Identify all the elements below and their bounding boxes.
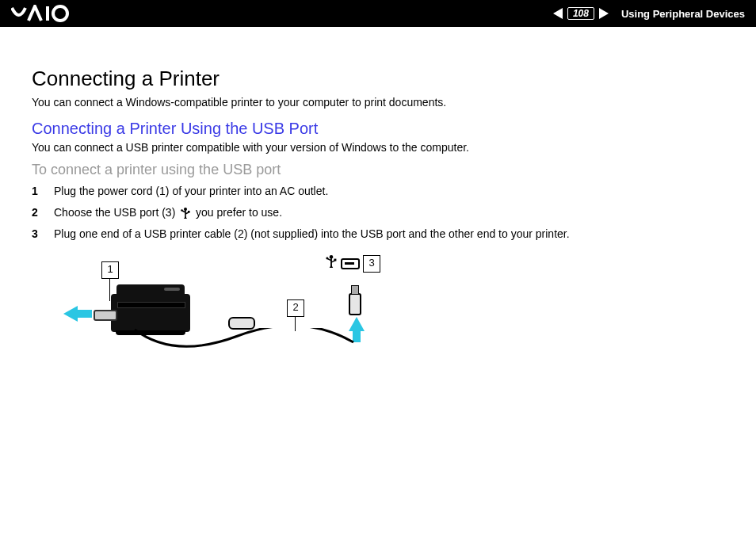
section-subtitle: Connecting a Printer Using the USB Port xyxy=(32,120,724,138)
header-bar: 108 Using Peripheral Devices xyxy=(0,0,756,27)
step-text: Choose the USB port (3) you prefer to us… xyxy=(54,204,724,221)
list-item: 2 Choose the USB port (3) you prefer to … xyxy=(32,204,724,221)
step-text-part: you prefer to use. xyxy=(196,206,282,219)
page-number: 108 xyxy=(567,7,594,20)
page-content: Connecting a Printer You can connect a W… xyxy=(0,27,756,377)
printer-diagram: 1 2 3 xyxy=(63,250,396,377)
callout-3: 3 xyxy=(363,255,380,273)
section-label: Using Peripheral Devices xyxy=(621,8,745,20)
step-number: 2 xyxy=(32,204,54,221)
svg-marker-11 xyxy=(330,265,334,268)
vaio-logo-svg xyxy=(11,5,82,22)
cable-connector-b xyxy=(349,293,361,315)
usb-icon xyxy=(180,207,191,219)
task-heading: To connect a printer using the USB port xyxy=(32,162,724,178)
svg-marker-6 xyxy=(184,216,187,219)
callout-2: 2 xyxy=(287,299,304,317)
step-text-part: Choose the USB port (3) xyxy=(54,206,178,219)
step-number: 3 xyxy=(32,226,54,242)
svg-point-1 xyxy=(53,6,67,21)
cable-connector-a xyxy=(228,317,255,330)
usb-port-icon xyxy=(341,258,360,269)
sub-intro-text: You can connect a USB printer compatible… xyxy=(32,141,724,154)
usb-cable-illustration xyxy=(127,328,357,360)
power-plug-illustration xyxy=(94,310,117,321)
svg-rect-0 xyxy=(46,6,49,21)
callout-line xyxy=(109,279,110,301)
step-text: Plug the power cord (1) of your printer … xyxy=(54,183,724,200)
callout-1: 1 xyxy=(101,261,119,279)
header-right: 108 Using Peripheral Devices xyxy=(553,7,745,20)
svg-rect-5 xyxy=(188,211,190,213)
printer-illustration xyxy=(111,294,190,332)
svg-rect-10 xyxy=(334,259,336,261)
prev-page-icon[interactable] xyxy=(553,8,563,19)
svg-point-4 xyxy=(181,209,183,212)
next-page-icon[interactable] xyxy=(599,8,609,19)
step-number: 1 xyxy=(32,183,54,200)
vaio-logo xyxy=(11,5,82,22)
usb-icon xyxy=(325,254,338,273)
page-title: Connecting a Printer xyxy=(32,67,724,91)
svg-point-9 xyxy=(326,257,328,260)
list-item: 1 Plug the power cord (1) of your printe… xyxy=(32,183,724,200)
arrow-left-icon xyxy=(63,306,92,322)
intro-text: You can connect a Windows-compatible pri… xyxy=(32,96,724,109)
step-list: 1 Plug the power cord (1) of your printe… xyxy=(32,183,724,242)
step-text: Plug one end of a USB printer cable (2) … xyxy=(54,226,724,242)
list-item: 3 Plug one end of a USB printer cable (2… xyxy=(32,226,724,242)
